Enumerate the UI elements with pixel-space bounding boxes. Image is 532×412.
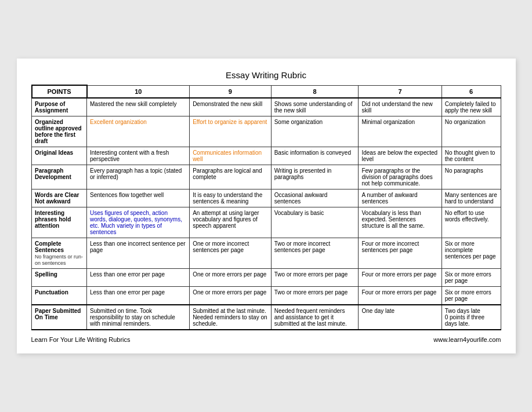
page-title: Essay Writing Rubric — [31, 70, 501, 80]
row-label-0: Purpose of Assignment — [32, 98, 87, 116]
header-col7: 7 — [359, 85, 441, 98]
row-0-col9: Demonstrated the new skill — [190, 98, 272, 116]
row-3-col7: Few paragraphs or the division of paragr… — [359, 165, 441, 189]
row-7-col9: One or more errors per page — [190, 269, 272, 287]
row-3-col10: Every paragraph has a topic (stated or i… — [87, 165, 190, 189]
row-2-col8: Basic information is conveyed — [271, 147, 359, 165]
row-9-col7: One day late — [359, 305, 441, 330]
row-8-col8: Two or more errors per page — [271, 287, 359, 305]
row-2-col6: No thought given to the content — [441, 147, 501, 165]
row-6-col6: Six or more incomplete sentences per pag… — [441, 238, 501, 269]
row-4-col9: It is easy to understand the sentences &… — [190, 189, 272, 207]
row-4-col10: Sentences flow together well — [87, 189, 190, 207]
footer-left: Learn For Your Life Writing Rubrics — [31, 336, 131, 343]
header-col10: 10 — [87, 85, 190, 98]
row-6-col8: Two or more incorrect sentences per page — [271, 238, 359, 269]
row-8-col10: Less than one error per page — [87, 287, 190, 305]
footer-right: www.learn4yourlife.com — [433, 336, 501, 343]
row-1-col6: No organization — [441, 116, 501, 147]
rubric-page: Essay Writing Rubric POINTS 10 9 8 7 6 P… — [17, 59, 516, 353]
row-4-col6: Many sentences are hard to understand — [441, 189, 501, 207]
row-7-col10: Less than one error per page — [87, 269, 190, 287]
footer: Learn For Your Life Writing Rubrics www.… — [31, 336, 501, 343]
row-0-col10: Mastered the new skill completely — [87, 98, 190, 116]
row-2-col7: Ideas are below the expected level — [359, 147, 441, 165]
row-7-col6: Six or more errors per page — [441, 269, 501, 287]
row-0-col8: Shows some understanding of the new skil… — [271, 98, 359, 116]
row-8-col7: Four or more errors per page — [359, 287, 441, 305]
row-1-col10: Excellent organization — [87, 116, 190, 147]
row-5-col10: Uses figures of speech, action words, di… — [87, 207, 190, 238]
header-col8: 8 — [271, 85, 359, 98]
row-label-3: Paragraph Development — [32, 165, 87, 189]
row-label-1: Organized outline approved before the fi… — [32, 116, 87, 147]
row-3-col9: Paragraphs are logical and complete — [190, 165, 272, 189]
row-9-col6: Two days late0 points if three days late… — [441, 305, 501, 330]
row-label-5: Interesting phrases hold attention — [32, 207, 87, 238]
row-6-col7: Four or more incorrect sentences per pag… — [359, 238, 441, 269]
row-5-col9: An attempt at using larger vocabulary an… — [190, 207, 272, 238]
row-0-col7: Did not understand the new skill — [359, 98, 441, 116]
row-9-col10: Submitted on time. Took responsibility t… — [87, 305, 190, 330]
row-label-7: Spelling — [32, 269, 87, 287]
row-5-col7: Vocabulary is less than expected. Senten… — [359, 207, 441, 238]
row-7-col7: Four or more errors per page — [359, 269, 441, 287]
row-9-col8: Needed frequent reminders and assistance… — [271, 305, 359, 330]
header-col6: 6 — [441, 85, 501, 98]
row-7-col8: Two or more errors per page — [271, 269, 359, 287]
row-8-col6: Six or more errors per page — [441, 287, 501, 305]
row-3-col6: No paragraphs — [441, 165, 501, 189]
row-label-2: Original Ideas — [32, 147, 87, 165]
row-5-col8: Vocabulary is basic — [271, 207, 359, 238]
row-label-6: Complete SentencesNo fragments or run-on… — [32, 238, 87, 269]
row-label-8: Punctuation — [32, 287, 87, 305]
header-points: POINTS — [32, 85, 87, 98]
row-1-col9: Effort to organize is apparent — [190, 116, 272, 147]
row-label-4: Words are Clear Not awkward — [32, 189, 87, 207]
row-1-col8: Some organization — [271, 116, 359, 147]
row-9-col9: Submitted at the last minute. Needed rem… — [190, 305, 272, 330]
row-4-col7: A number of awkward sentences — [359, 189, 441, 207]
row-label-9: Paper Submitted On Time — [32, 305, 87, 330]
rubric-table: POINTS 10 9 8 7 6 Purpose of AssignmentM… — [31, 85, 501, 330]
row-2-col10: Interesting content with a fresh perspec… — [87, 147, 190, 165]
row-8-col9: One or more errors per page — [190, 287, 272, 305]
row-3-col8: Writing is presented in paragraphs — [271, 165, 359, 189]
row-0-col6: Completely failed to apply the new skill — [441, 98, 501, 116]
row-6-col10: Less than one incorrect sentence per pag… — [87, 238, 190, 269]
header-col9: 9 — [190, 85, 272, 98]
row-6-col9: One or more incorrect sentences per page — [190, 238, 272, 269]
row-1-col7: Minimal organization — [359, 116, 441, 147]
row-2-col9: Communicates information well — [190, 147, 272, 165]
row-5-col6: No effort to use words effectively. — [441, 207, 501, 238]
row-4-col8: Occasional awkward sentences — [271, 189, 359, 207]
